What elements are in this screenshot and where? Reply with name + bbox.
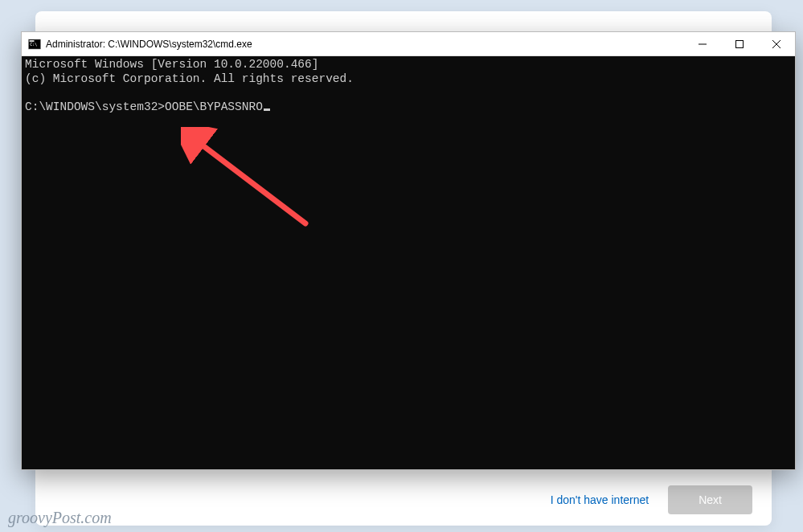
window-title: Administrator: C:\WINDOWS\system32\cmd.e… <box>46 39 684 50</box>
close-button[interactable] <box>758 32 795 55</box>
watermark: groovyPost.com <box>8 509 112 527</box>
cursor-icon <box>264 108 270 111</box>
console-line-1: Microsoft Windows [Version 10.0.22000.46… <box>25 58 318 71</box>
cmd-icon: C:\ <box>28 38 41 51</box>
console-line-2: (c) Microsoft Corporation. All rights re… <box>25 72 354 85</box>
maximize-button[interactable] <box>721 32 758 55</box>
console-prompt: C:\WINDOWS\system32> <box>25 100 165 113</box>
title-bar[interactable]: C:\ Administrator: C:\WINDOWS\system32\c… <box>22 32 795 56</box>
no-internet-link[interactable]: I don't have internet <box>551 493 649 506</box>
cmd-window: C:\ Administrator: C:\WINDOWS\system32\c… <box>21 31 796 470</box>
window-controls <box>684 32 795 55</box>
next-button[interactable]: Next <box>668 485 752 514</box>
console-command: OOBE\BYPASSNRO <box>165 100 263 113</box>
oobe-footer: I don't have internet Next <box>551 485 752 514</box>
minimize-button[interactable] <box>684 32 721 55</box>
console-area[interactable]: Microsoft Windows [Version 10.0.22000.46… <box>22 56 795 469</box>
svg-rect-4 <box>736 40 744 47</box>
svg-text:C:\: C:\ <box>30 41 37 46</box>
